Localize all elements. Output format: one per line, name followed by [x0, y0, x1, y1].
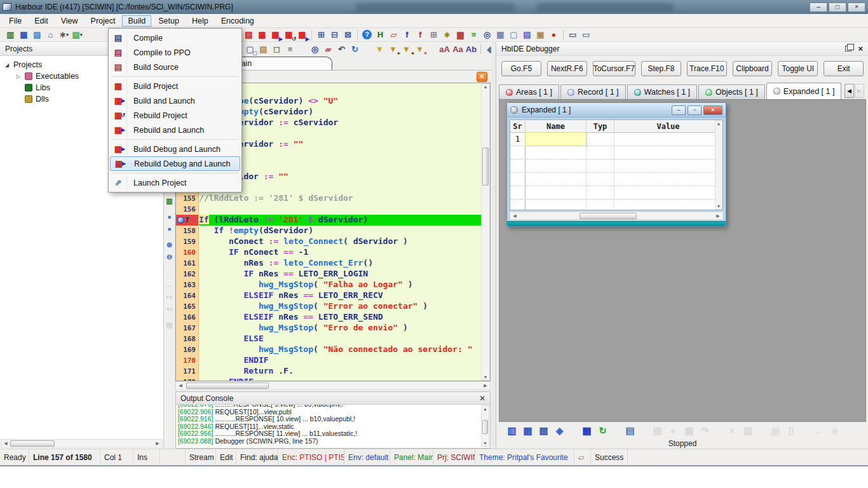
table-cell[interactable] — [510, 186, 526, 199]
edit-mode-icon[interactable]: ▱ — [387, 29, 400, 41]
scroll-down-icon[interactable]: ▼ — [715, 204, 722, 208]
debugger-tab-expanded-1[interactable]: Expanded [ 1 ] — [766, 83, 842, 99]
search-icon[interactable]: ◎ — [480, 29, 494, 41]
maximize-button[interactable]: □ — [829, 3, 846, 12]
editor-hscrollbar[interactable]: ◀ ▶ — [175, 381, 491, 390]
panel-left-icon[interactable]: ⊞ — [315, 29, 328, 41]
debugger-button-exit[interactable]: Exit — [824, 61, 864, 76]
minimize-button[interactable]: – — [810, 3, 827, 12]
table-cell[interactable] — [510, 200, 526, 210]
gutter-line-171[interactable]: 171 — [176, 366, 198, 377]
mark-2-icon[interactable]: ● — [165, 223, 175, 235]
debugger-tab-objects-1[interactable]: Objects [ 1 ] — [698, 85, 765, 99]
case-upper-icon[interactable]: aA — [438, 43, 451, 55]
debugger-button-trace-f10[interactable]: Trace.F10 — [687, 61, 727, 76]
debug-icon[interactable]: ● — [547, 29, 560, 41]
menu-encoding[interactable]: Encoding — [215, 15, 260, 27]
gutter-line-164[interactable]: 164 — [176, 290, 198, 301]
redo-watch-icon[interactable]: ↷ — [697, 423, 713, 437]
save-icon[interactable]: ▦ — [17, 29, 31, 41]
menu-item-compile[interactable]: ▤Compile — [110, 30, 240, 45]
menu-item-rebuild-debug-and-launch[interactable]: ▦▶Rebuild Debug and Launch — [110, 156, 240, 171]
scroll-left-icon[interactable]: ◀ — [510, 214, 519, 219]
scroll-thumb[interactable] — [482, 420, 488, 434]
expanded-table[interactable]: SrNameTypValue 1 ▲ ▼ — [510, 119, 723, 210]
rebuild-launch-icon[interactable]: ▦▶ — [295, 29, 309, 41]
wizard-icon[interactable]: ∗▾ — [57, 29, 71, 41]
doc-info-icon[interactable]: ▤ — [165, 319, 175, 331]
menu-item-rebuild-and-launch[interactable]: ▦▶Rebuild and Launch — [110, 123, 240, 137]
expander-icon[interactable]: ▷ — [15, 74, 22, 79]
table-cell[interactable] — [510, 159, 526, 172]
clear-all-icon[interactable]: ▧ — [740, 423, 756, 437]
scroll-thumb[interactable] — [186, 383, 269, 389]
erase-icon[interactable]: ▰ — [322, 43, 335, 55]
save-watch-icon[interactable]: ▦ — [681, 423, 697, 437]
debugger-tab-record-1[interactable]: Record [ 1 ] — [560, 85, 626, 99]
undo-icon[interactable]: ↶ — [335, 43, 348, 55]
scroll-thumb[interactable] — [482, 147, 489, 186]
find-icon[interactable]: ◎ — [308, 43, 322, 55]
gutter-line-162[interactable]: 162 — [176, 269, 198, 280]
panel-bottom-icon[interactable]: ⊟ — [328, 29, 341, 41]
archive-icon[interactable]: ▣ — [534, 29, 547, 41]
table-cell[interactable] — [526, 173, 587, 186]
print-icon[interactable]: ▤ — [622, 423, 638, 437]
table-cell[interactable] — [587, 146, 614, 159]
open-project-icon[interactable]: ▥ — [4, 29, 17, 41]
breakpoint-icon[interactable] — [177, 217, 184, 224]
table-cell[interactable] — [587, 159, 614, 172]
menu-project[interactable]: Project — [85, 15, 121, 27]
gutter-line-160[interactable]: 160 — [176, 247, 198, 258]
nav-first-icon[interactable]: ↤ — [165, 303, 175, 315]
scroll-down-icon[interactable]: ▼ — [482, 375, 489, 379]
close-debugger-icon[interactable]: × — [858, 44, 863, 53]
float-panel-icon[interactable] — [845, 46, 851, 51]
column-header-typ[interactable]: Typ — [587, 120, 614, 132]
table-cell[interactable] — [510, 173, 526, 186]
delete-watch-icon[interactable]: × — [724, 423, 740, 437]
stats-icon[interactable]: ▆ — [454, 29, 467, 41]
menu-file[interactable]: File — [3, 15, 27, 27]
expander-icon[interactable]: ◢ — [4, 62, 10, 68]
view-tile-icon[interactable]: ▦ — [520, 423, 536, 437]
scroll-thumb[interactable] — [580, 213, 637, 219]
gutter-line-161[interactable]: 161 — [176, 258, 198, 269]
column-header-value[interactable]: Value — [614, 120, 722, 132]
table-cell[interactable] — [614, 200, 722, 210]
gutter-line-165[interactable]: 165 — [176, 301, 198, 312]
close-console-icon[interactable]: ✕ — [479, 394, 485, 403]
gutter-line-168[interactable]: 168 — [176, 334, 198, 344]
zoom-out-icon[interactable]: ⊖ — [165, 251, 175, 263]
debugger-tab-watches-1[interactable]: Watches [ 1 ] — [627, 85, 697, 99]
menu-item-launch-project[interactable]: ⇗Launch Project — [110, 175, 240, 190]
projects-hscrollbar[interactable]: ◀ ▶ — [1, 439, 163, 448]
scroll-up-icon[interactable]: ▲ — [715, 121, 722, 126]
expanded-window-titlebar[interactable]: Expanded [ 1 ] – ▫ × — [507, 103, 726, 118]
table-vscrollbar[interactable]: ▲ ▼ — [715, 120, 722, 210]
menu-edit[interactable]: Edit — [29, 15, 54, 27]
editor-vscrollbar[interactable]: ▲ ▼ — [481, 83, 490, 381]
refresh-icon[interactable]: ↻ — [348, 43, 362, 55]
themes-icon[interactable]: ▧▾ — [71, 29, 84, 41]
debugger-button-clipboard[interactable]: Clipboard — [733, 61, 773, 76]
format-source-icon[interactable]: ≡ — [283, 43, 297, 55]
table-cell[interactable] — [526, 146, 587, 159]
table-cell[interactable] — [587, 200, 614, 210]
editor-window-icon[interactable]: ▢ — [507, 29, 520, 41]
case-lower-icon[interactable]: Aa — [451, 43, 465, 55]
table-cell[interactable] — [614, 133, 722, 146]
gutter-line-163[interactable]: 163 — [176, 280, 198, 290]
minimize-button[interactable]: – — [672, 105, 686, 115]
function-nav-icon[interactable]: f — [414, 29, 427, 41]
menu-item-compile-to-ppo[interactable]: ▤Compile to PPO — [110, 45, 240, 60]
todo-list-icon[interactable]: ≡ — [467, 29, 480, 41]
debugger-tab-areas-1[interactable]: Areas [ 1 ] — [499, 85, 559, 99]
table-cell[interactable] — [526, 186, 587, 199]
table-cell[interactable] — [587, 186, 614, 199]
compile-icon[interactable]: ▤ — [242, 29, 255, 41]
screenshot-icon[interactable]: ▨ — [31, 29, 44, 41]
paste-watch-icon[interactable]: ▤ — [649, 423, 665, 437]
debugger-button-nextr-f6[interactable]: NextR.F6 — [547, 61, 587, 76]
function-list-icon[interactable]: f — [400, 29, 414, 41]
